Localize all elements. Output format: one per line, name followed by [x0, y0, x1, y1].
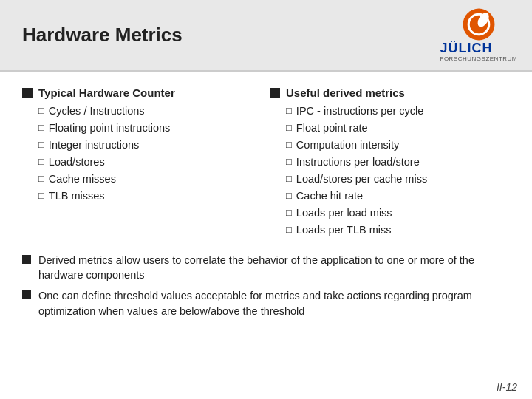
left-heading: Typical Hardware Counter: [22, 86, 262, 99]
left-column: Typical Hardware Counter Cycles / Instru…: [22, 86, 262, 239]
footer-text: II-12: [497, 381, 517, 393]
left-heading-text: Typical Hardware Counter: [38, 86, 175, 99]
logo-text: JÜLICH FORSCHUNGSZENTRUM: [440, 41, 518, 63]
bottom-text-1: Derived metrics allow users to correlate…: [38, 253, 510, 283]
two-column-section: Typical Hardware Counter Cycles / Instru…: [22, 86, 510, 239]
header: Hardware Metrics JÜLICH FORSCHUNGSZENTRU…: [0, 0, 532, 72]
list-item: Cache misses: [38, 171, 262, 187]
bottom-section: Derived metrics allow users to correlate…: [22, 253, 510, 318]
left-bullet-icon: [22, 88, 33, 98]
list-item: Loads per load miss: [286, 205, 510, 221]
list-item: Cycles / Instructions: [38, 103, 262, 119]
julich-logo: JÜLICH FORSCHUNGSZENTRUM: [440, 7, 518, 63]
logo-name: JÜLICH: [440, 41, 518, 56]
right-list: IPC - instructions per cycle Float point…: [270, 103, 510, 238]
footer: II-12: [497, 381, 517, 393]
list-item: IPC - instructions per cycle: [286, 103, 510, 119]
list-item: Load/stores: [38, 154, 262, 170]
main-content: Typical Hardware Counter Cycles / Instru…: [0, 72, 532, 332]
list-item: Load/stores per cache miss: [286, 171, 510, 187]
right-bullet-icon: [270, 88, 280, 98]
right-heading: Useful derived metrics: [270, 86, 510, 99]
bottom-item-2: One can define threshold values acceptab…: [22, 288, 510, 318]
list-item: Cache hit rate: [286, 188, 510, 204]
list-item: Loads per TLB miss: [286, 222, 510, 238]
list-item: TLB misses: [38, 188, 262, 204]
logo-subtitle: FORSCHUNGSZENTRUM: [440, 56, 518, 63]
list-item: Float point rate: [286, 120, 510, 136]
list-item: Instructions per load/store: [286, 154, 510, 170]
list-item: Computation intensity: [286, 137, 510, 153]
list-item: Integer instructions: [38, 137, 262, 153]
page-title: Hardware Metrics: [22, 24, 183, 47]
left-list: Cycles / Instructions Floating point ins…: [22, 103, 262, 204]
right-column: Useful derived metrics IPC - instruction…: [270, 86, 510, 239]
bottom-item-1: Derived metrics allow users to correlate…: [22, 253, 510, 283]
julich-logo-icon: [462, 7, 496, 41]
list-item: Floating point instructions: [38, 120, 262, 136]
bottom-bullet-2-icon: [22, 290, 31, 299]
bottom-text-2: One can define threshold values acceptab…: [38, 288, 510, 318]
bottom-bullet-1-icon: [22, 255, 31, 264]
right-heading-text: Useful derived metrics: [286, 86, 405, 99]
